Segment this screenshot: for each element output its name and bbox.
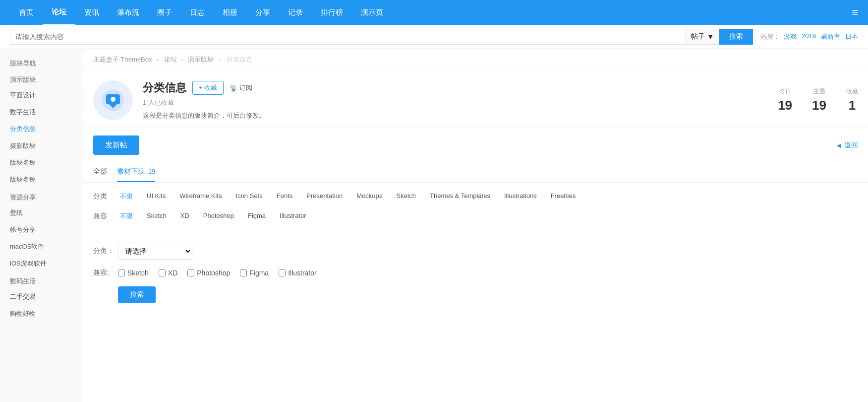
- forum-avatar: [93, 80, 133, 120]
- content-area: 主题盒子 ThemeBox » 论坛 › 演示版块 › 分类信息 分类信息: [83, 49, 868, 402]
- form-section: 分类： 请选择 兼容: Sketch XD: [83, 238, 868, 322]
- checkbox-sketch-input[interactable]: [118, 269, 125, 276]
- nav-record[interactable]: 记录: [279, 0, 312, 25]
- filter-compatibility-row: 兼容 不限 Sketch XD Photoshop Figma Illustra…: [93, 210, 858, 223]
- filter-category-label: 分类: [93, 192, 113, 201]
- filter-section: 分类 不限 UI Kits Wireframe Kits Icon Sets F…: [83, 190, 868, 223]
- back-button[interactable]: ◄ 返回: [835, 141, 858, 150]
- sidebar: 版块导航 演示版块 平面设计 数字生活 分类信息 摄影版块 版块名称 版块名称 …: [0, 49, 83, 402]
- filter-compat-xd[interactable]: XD: [174, 210, 196, 223]
- sidebar-item-flat-design[interactable]: 平面设计: [0, 87, 83, 104]
- checkbox-photoshop-input[interactable]: [187, 269, 194, 276]
- breadcrumb-sep2: ›: [181, 56, 185, 63]
- stat-collect-value: 1: [849, 98, 856, 113]
- filter-cat-freebies[interactable]: Freebies: [544, 190, 583, 203]
- sidebar-item-secondhand[interactable]: 二手交易: [0, 288, 83, 305]
- sidebar-item-block2[interactable]: 版块名称: [0, 171, 83, 188]
- nav-circle[interactable]: 圈子: [148, 0, 181, 25]
- sidebar-item-macos[interactable]: macOS软件: [0, 238, 83, 255]
- hot-tag-2019[interactable]: 2019: [802, 32, 816, 41]
- form-search-button[interactable]: 搜索: [118, 286, 156, 303]
- tab-material-count: 19: [148, 168, 155, 175]
- filter-compat-options: 不限 Sketch XD Photoshop Figma Illustrator: [113, 210, 313, 223]
- hot-label: 热搜：: [760, 32, 780, 41]
- filter-compat-unlimited[interactable]: 不限: [113, 210, 140, 223]
- sidebar-item-digital-life[interactable]: 数字生活: [0, 104, 83, 121]
- nav-forum[interactable]: 论坛: [43, 0, 75, 26]
- collect-button[interactable]: + 收藏: [192, 81, 224, 95]
- nav-home[interactable]: 首页: [10, 0, 43, 25]
- checkbox-figma[interactable]: Figma: [240, 269, 269, 277]
- stat-collect-label: 收藏: [846, 87, 858, 96]
- forum-info: 分类信息 + 收藏 📡 订阅 1 人已收藏 这段是分类信息的版块简介，可后台修改…: [143, 80, 778, 120]
- checkbox-xd[interactable]: XD: [159, 269, 177, 277]
- filter-cat-illustrations[interactable]: Illustrations: [497, 190, 544, 203]
- filter-category-row: 分类 不限 UI Kits Wireframe Kits Icon Sets F…: [93, 190, 858, 203]
- category-select[interactable]: 请选择: [118, 243, 192, 260]
- form-compat-label: 兼容:: [93, 268, 118, 277]
- search-button[interactable]: 搜索: [719, 29, 753, 45]
- nav-news[interactable]: 资讯: [75, 0, 108, 25]
- checkbox-illustrator-input[interactable]: [279, 269, 286, 276]
- svg-point-2: [111, 97, 116, 102]
- breadcrumb-forum[interactable]: 论坛: [164, 56, 177, 63]
- hot-tags: 游戏 2019 刷新率 日本: [784, 32, 858, 41]
- filter-cat-wireframe[interactable]: Wireframe Kits: [173, 190, 229, 203]
- sidebar-item-category-info[interactable]: 分类信息: [0, 121, 83, 137]
- main-layout: 版块导航 演示版块 平面设计 数字生活 分类信息 摄影版块 版块名称 版块名称 …: [0, 49, 868, 402]
- form-search-row: 搜索: [93, 286, 858, 303]
- tab-material[interactable]: 素材下载 19: [117, 162, 155, 182]
- forum-description: 这段是分类信息的版块简介，可后台修改。: [143, 111, 778, 120]
- hot-tag-refresh[interactable]: 刷新率: [821, 32, 840, 41]
- filter-compat-figma[interactable]: Figma: [241, 210, 273, 223]
- subscribe-button[interactable]: 📡 订阅: [230, 83, 252, 92]
- hamburger-icon[interactable]: ≡: [852, 6, 858, 19]
- stat-collect: 收藏 1: [846, 87, 858, 113]
- forum-title-row: 分类信息 + 收藏 📡 订阅: [143, 80, 778, 95]
- back-arrow-icon: ◄: [835, 141, 842, 149]
- forum-title: 分类信息: [143, 80, 186, 95]
- collect-count: 1 人已收藏: [143, 98, 778, 107]
- filter-cat-fonts[interactable]: Fonts: [270, 190, 300, 203]
- form-compat-row: 兼容: Sketch XD Photoshop: [93, 268, 858, 277]
- nav-waterfall[interactable]: 瀑布流: [108, 0, 148, 25]
- filter-cat-sketch[interactable]: Sketch: [389, 190, 423, 203]
- sidebar-item-shopping[interactable]: 购物好物: [0, 305, 83, 322]
- breadcrumb-demo[interactable]: 演示版块: [188, 56, 214, 63]
- filter-cat-themes[interactable]: Themes & Templates: [423, 190, 497, 203]
- sidebar-item-account-share[interactable]: 帐号分享: [0, 221, 83, 238]
- filter-compat-sketch[interactable]: Sketch: [140, 210, 174, 223]
- filter-compat-illustrator[interactable]: Illustrator: [273, 210, 313, 223]
- tab-all[interactable]: 全部: [93, 162, 107, 182]
- new-post-button[interactable]: 发新帖: [93, 135, 139, 155]
- sidebar-item-ios-games[interactable]: iOS游戏软件: [0, 255, 83, 272]
- filter-cat-unlimited[interactable]: 不限: [113, 190, 140, 203]
- nav-blog[interactable]: 日志: [181, 0, 214, 25]
- hot-tag-japan[interactable]: 日本: [845, 32, 858, 41]
- sidebar-item-wallpaper[interactable]: 壁纸: [0, 204, 83, 221]
- nav-demo[interactable]: 演示页: [352, 0, 392, 25]
- sidebar-item-photography[interactable]: 摄影版块: [0, 137, 83, 154]
- search-input[interactable]: [10, 29, 686, 45]
- checkbox-figma-input[interactable]: [240, 269, 247, 276]
- sidebar-digital-title: 数码生活: [0, 272, 83, 288]
- sidebar-item-block1[interactable]: 版块名称: [0, 154, 83, 171]
- checkbox-illustrator[interactable]: Illustrator: [279, 269, 317, 277]
- breadcrumb-sep3: ›: [218, 56, 222, 63]
- filter-compat-photoshop[interactable]: Photoshop: [196, 210, 241, 223]
- checkbox-sketch[interactable]: Sketch: [118, 269, 149, 277]
- checkbox-xd-input[interactable]: [159, 269, 166, 276]
- stat-topics: 主题 19: [812, 87, 826, 113]
- checkbox-photoshop[interactable]: Photoshop: [187, 269, 230, 277]
- hot-tag-games[interactable]: 游戏: [784, 32, 797, 41]
- filter-cat-iconsets[interactable]: Icon Sets: [229, 190, 270, 203]
- filter-cat-uikits[interactable]: UI Kits: [140, 190, 173, 203]
- nav-ranking[interactable]: 排行榜: [312, 0, 352, 25]
- forum-stats: 今日 19 主题 19 收藏 1: [778, 87, 858, 113]
- breadcrumb-home[interactable]: 主题盒子 ThemeBox: [93, 56, 152, 63]
- post-type-dropdown[interactable]: 帖子 ▼: [686, 29, 719, 45]
- nav-album[interactable]: 相册: [214, 0, 246, 25]
- filter-cat-presentation[interactable]: Presentation: [299, 190, 349, 203]
- filter-cat-mockups[interactable]: Mockups: [349, 190, 389, 203]
- nav-share[interactable]: 分享: [246, 0, 279, 25]
